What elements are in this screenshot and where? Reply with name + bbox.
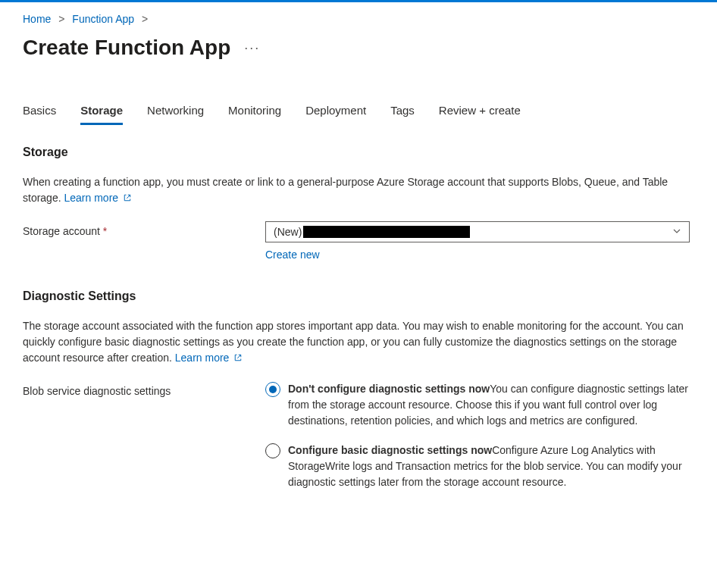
breadcrumb-link-home[interactable]: Home [23,13,51,25]
radio-input[interactable] [265,443,280,458]
diagnostic-section: Diagnostic Settings The storage account … [23,289,694,504]
blob-diagnostic-row: Blob service diagnostic settings Don't c… [23,381,694,504]
tab-storage[interactable]: Storage [80,98,123,125]
tab-deployment[interactable]: Deployment [305,98,366,125]
storage-account-row: Storage account * (New) Create new [23,221,694,261]
tab-tags[interactable]: Tags [390,98,415,125]
diagnostic-radio-group: Don't configure diagnostic settings nowY… [265,381,690,490]
more-actions-button[interactable]: ··· [244,40,260,56]
external-link-icon [123,193,132,202]
tab-networking[interactable]: Networking [147,98,204,125]
storage-account-value-redacted [303,226,470,238]
storage-learn-more-link[interactable]: Learn more [64,192,131,204]
tab-review-create[interactable]: Review + create [439,98,521,125]
diagnostic-heading: Diagnostic Settings [23,289,694,303]
create-new-link[interactable]: Create new [265,249,320,261]
radio-label: Don't configure diagnostic settings nowY… [288,381,690,429]
radio-label: Configure basic diagnostic settings nowC… [288,443,690,490]
storage-account-label: Storage account * [23,221,265,237]
storage-description: When creating a function app, you must c… [23,174,694,206]
breadcrumb: Home > Function App > [23,2,694,31]
breadcrumb-separator: > [142,13,148,25]
chevron-down-icon [672,227,681,238]
breadcrumb-separator: > [58,13,64,25]
storage-heading: Storage [23,145,694,159]
diagnostic-learn-more-link[interactable]: Learn more [175,352,243,364]
radio-option-dont-configure[interactable]: Don't configure diagnostic settings nowY… [265,381,690,429]
storage-account-select[interactable]: (New) [265,221,690,242]
external-link-icon [233,353,243,362]
storage-account-value-prefix: (New) [274,226,302,238]
tab-monitoring[interactable]: Monitoring [228,98,281,125]
tabs: Basics Storage Networking Monitoring Dep… [23,98,694,126]
breadcrumb-link-function-app[interactable]: Function App [72,13,134,25]
required-indicator: * [103,225,107,237]
radio-option-configure-basic[interactable]: Configure basic diagnostic settings nowC… [265,443,690,490]
page-title: Create Function App [23,36,230,60]
blob-diagnostic-label: Blob service diagnostic settings [23,381,265,397]
diagnostic-description: The storage account associated with the … [23,318,694,366]
radio-input[interactable] [265,382,280,397]
tab-basics[interactable]: Basics [23,98,56,125]
page-title-row: Create Function App ··· [23,31,694,70]
storage-section: Storage When creating a function app, yo… [23,145,694,261]
